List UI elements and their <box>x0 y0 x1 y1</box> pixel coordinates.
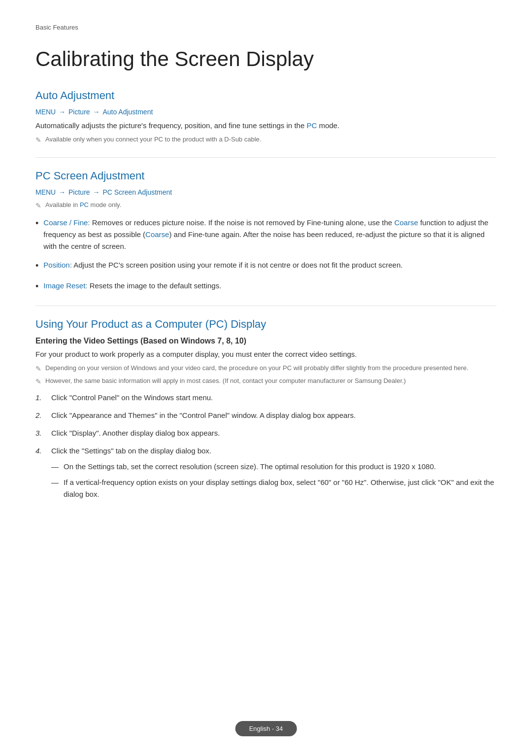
windows-note-1: ✎ Depending on your version of Windows a… <box>35 363 497 374</box>
using-product-section: Using Your Product as a Computer (PC) Di… <box>35 318 497 504</box>
pc-highlight-2: PC <box>80 201 89 208</box>
steps-list: 1. Click "Control Panel" on the Windows … <box>35 392 497 504</box>
coarse-fine-label: Coarse / Fine: <box>43 218 90 227</box>
step-3: 3. Click "Display". Another display dial… <box>35 427 497 439</box>
menu-part2: Picture <box>68 108 90 116</box>
note-pencil-icon-3: ✎ <box>35 364 41 374</box>
auto-adjustment-section: Auto Adjustment MENU → Picture → Auto Ad… <box>35 89 497 145</box>
breadcrumb: Basic Features <box>35 24 497 31</box>
sub-bullet-frequency: If a vertical-frequency option exists on… <box>51 477 497 500</box>
auto-adjustment-title: Auto Adjustment <box>35 89 497 102</box>
step-2: 2. Click "Appearance and Themes" in the … <box>35 410 497 421</box>
note-pencil-icon-2: ✎ <box>35 201 41 211</box>
footer-label: English - 34 <box>235 721 297 736</box>
pc-screen-title: PC Screen Adjustment <box>35 170 497 182</box>
intro-text: For your product to work properly as a c… <box>35 348 497 360</box>
page-container: Basic Features Calibrating the Screen Di… <box>0 0 532 550</box>
using-product-title: Using Your Product as a Computer (PC) Di… <box>35 318 497 331</box>
section-divider-2 <box>35 306 497 306</box>
pc-highlight-1: PC <box>306 121 317 130</box>
step-4: 4. Click the "Settings" tab on the displ… <box>35 445 497 504</box>
bullet-item-coarse: Coarse / Fine: Removes or reduces pictur… <box>35 217 497 252</box>
video-settings-subtitle: Entering the Video Settings (Based on Wi… <box>35 337 497 345</box>
auto-adjustment-note: ✎ Available only when you connect your P… <box>35 135 497 145</box>
page-title: Calibrating the Screen Display <box>35 47 497 71</box>
note-pencil-icon: ✎ <box>35 135 41 145</box>
arrow2: → <box>91 108 102 116</box>
pc-screen-section: PC Screen Adjustment MENU → Picture → PC… <box>35 170 497 294</box>
pc-menu-part2: Picture <box>68 188 90 196</box>
windows-note-2: ✎ However, the same basic information wi… <box>35 376 497 387</box>
position-label: Position: <box>43 261 72 269</box>
coarse-link-1: Coarse <box>394 218 418 227</box>
pc-screen-menu-path: MENU → Picture → PC Screen Adjustment <box>35 188 497 196</box>
pc-arrow2: → <box>91 188 102 196</box>
step-4-sub-bullets: On the Settings tab, set the correct res… <box>51 461 497 500</box>
pc-screen-bullet-list: Coarse / Fine: Removes or reduces pictur… <box>35 217 497 294</box>
pc-menu-part3: PC Screen Adjustment <box>102 188 172 196</box>
sub-bullet-resolution: On the Settings tab, set the correct res… <box>51 461 497 473</box>
step-1: 1. Click "Control Panel" on the Windows … <box>35 392 497 404</box>
pc-arrow1: → <box>57 188 67 196</box>
pc-menu-part1: MENU <box>35 188 56 196</box>
bullet-item-image-reset: Image Reset: Resets the image to the def… <box>35 280 497 294</box>
menu-part3: Auto Adjustment <box>102 108 153 116</box>
coarse-link-2: Coarse <box>145 230 169 239</box>
section-divider-1 <box>35 157 497 158</box>
menu-part1: MENU <box>35 108 56 116</box>
note-pencil-icon-4: ✎ <box>35 377 41 387</box>
pc-screen-available-note: ✎ Available in PC mode only. <box>35 200 497 211</box>
auto-adjustment-body: Automatically adjusts the picture's freq… <box>35 120 497 132</box>
auto-adjustment-menu-path: MENU → Picture → Auto Adjustment <box>35 108 497 116</box>
image-reset-label: Image Reset: <box>43 281 87 290</box>
bullet-item-position: Position: Adjust the PC's screen positio… <box>35 259 497 273</box>
arrow1: → <box>57 108 67 116</box>
